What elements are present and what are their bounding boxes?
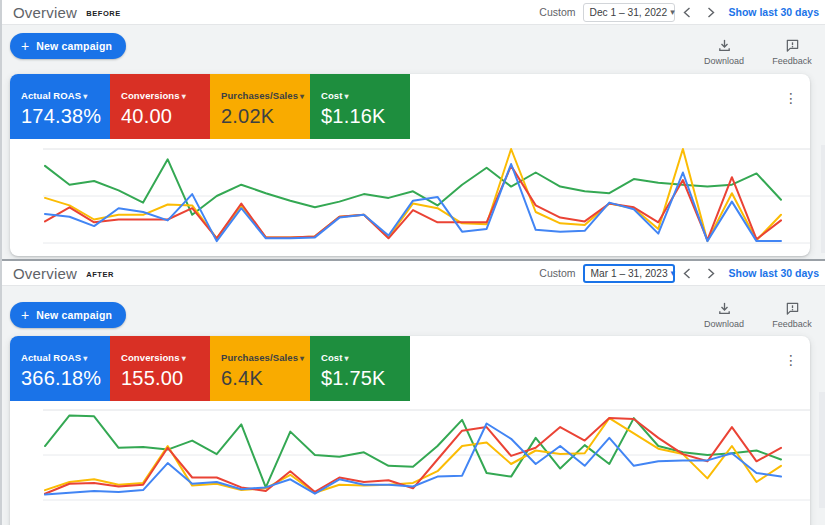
date-range-dropdown[interactable]: Dec 1 – 31, 2022 ▾ (583, 3, 675, 22)
overview-chart-card: Actual ROAS▾ 174.38% Conversions▾ 40.00 … (10, 74, 810, 256)
new-campaign-label: New campaign (36, 40, 112, 52)
before-tag: BEFORE (86, 9, 121, 18)
previous-period-button[interactable] (675, 261, 699, 285)
download-icon (717, 301, 732, 316)
overview-panel-before: Overview BEFORE Custom Dec 1 – 31, 2022 … (0, 0, 825, 259)
performance-line-chart[interactable] (10, 74, 810, 256)
date-range-dropdown[interactable]: Mar 1 – 31, 2023 ▾ (583, 264, 675, 283)
feedback-label: Feedback (772, 319, 812, 329)
feedback-button[interactable]: Feedback (766, 301, 818, 329)
next-period-button[interactable] (699, 0, 723, 24)
download-label: Download (704, 56, 744, 66)
new-campaign-label: New campaign (36, 309, 112, 321)
date-range-value: Mar 1 – 31, 2023 (591, 268, 668, 279)
page-title: Overview (13, 4, 77, 21)
left-border (0, 0, 2, 525)
previous-period-button[interactable] (675, 0, 699, 24)
plus-icon: + (21, 308, 29, 322)
date-mode-label: Custom (539, 267, 575, 279)
overview-panel-after: Overview AFTER Custom Mar 1 – 31, 2023 ▾… (0, 259, 825, 525)
download-label: Download (704, 319, 744, 329)
download-button[interactable]: Download (698, 38, 750, 66)
new-campaign-button[interactable]: + New campaign (10, 302, 126, 328)
after-tag: AFTER (86, 270, 114, 279)
download-icon (717, 38, 732, 53)
download-button[interactable]: Download (698, 301, 750, 329)
scrollbar[interactable] (819, 392, 825, 508)
scrollbar[interactable] (821, 145, 825, 253)
performance-line-chart[interactable] (10, 336, 810, 525)
date-range-value: Dec 1 – 31, 2022 (590, 7, 668, 18)
show-last-30-days-link[interactable]: Show last 30 days (729, 267, 819, 279)
feedback-icon (785, 301, 800, 316)
page-title: Overview (13, 265, 77, 282)
next-period-button[interactable] (699, 261, 723, 285)
overview-chart-card: Actual ROAS▾ 366.18% Conversions▾ 155.00… (10, 336, 810, 525)
feedback-icon (785, 38, 800, 53)
date-controls: Custom Dec 1 – 31, 2022 ▾ Show last 30 d… (539, 0, 821, 24)
title-wrap: Overview BEFORE (13, 0, 121, 24)
top-bar: Overview BEFORE Custom Dec 1 – 31, 2022 … (0, 0, 825, 25)
date-controls: Custom Mar 1 – 31, 2023 ▾ Show last 30 d… (539, 261, 821, 285)
plus-icon: + (21, 39, 29, 53)
card-actions: Download Feedback (698, 301, 818, 329)
date-mode-label: Custom (539, 6, 575, 18)
feedback-button[interactable]: Feedback (766, 38, 818, 66)
card-actions: Download Feedback (698, 38, 818, 66)
title-wrap: Overview AFTER (13, 261, 114, 285)
show-last-30-days-link[interactable]: Show last 30 days (729, 6, 819, 18)
feedback-label: Feedback (772, 56, 812, 66)
new-campaign-button[interactable]: + New campaign (10, 33, 126, 59)
top-bar: Overview AFTER Custom Mar 1 – 31, 2023 ▾… (0, 261, 825, 286)
